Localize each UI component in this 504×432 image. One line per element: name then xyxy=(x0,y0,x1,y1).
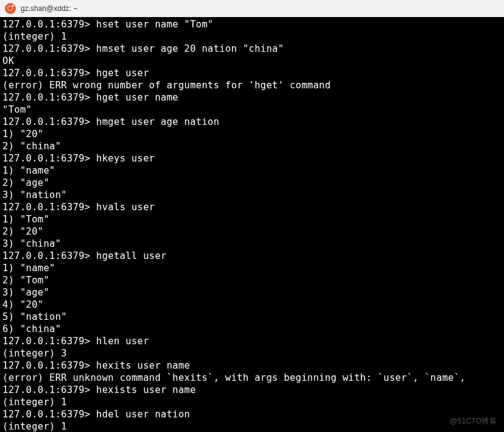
terminal-output-line: 1) "20" xyxy=(2,128,502,140)
terminal-command-line: 127.0.0.1:6379> hkeys user xyxy=(2,152,502,165)
terminal-command-line: 127.0.0.1:6379> hvals user xyxy=(2,201,502,213)
prompt: 127.0.0.1:6379> xyxy=(2,250,96,261)
terminal-output-line: 3) "age" xyxy=(2,286,502,299)
terminal-command-line: 127.0.0.1:6379> hdel user nation xyxy=(2,408,502,420)
terminal-output-line: 2) "Tom" xyxy=(2,274,502,286)
prompt: 127.0.0.1:6379> xyxy=(2,19,96,30)
terminal-output-line: "Tom" xyxy=(2,104,502,116)
terminal-output-line: (integer) 3 xyxy=(2,347,502,359)
command-text: hlen user xyxy=(96,336,149,347)
terminal-output-line: 4) "20" xyxy=(2,299,502,311)
command-text: hvals user xyxy=(96,202,155,213)
terminal-command-line: 127.0.0.1:6379> hmget user age nation xyxy=(2,116,502,128)
command-text: hmset user age 20 nation "china" xyxy=(96,43,284,54)
command-text: hget user xyxy=(96,68,149,79)
command-text: hexits user name xyxy=(96,360,190,371)
prompt: 127.0.0.1:6379> xyxy=(2,336,96,347)
prompt: 127.0.0.1:6379> xyxy=(2,384,96,395)
prompt: 127.0.0.1:6379> xyxy=(2,68,96,79)
terminal-output-line: 5) "nation" xyxy=(2,311,502,323)
terminal-output-line: OK xyxy=(2,55,502,67)
terminal-output-line: 6) "china" xyxy=(2,323,502,335)
window-titlebar: gz.shan@xddz: ~ xyxy=(0,0,504,17)
terminal-output-line: (integer) 1 xyxy=(2,30,502,43)
terminal-pane[interactable]: 127.0.0.1:6379> hset user name "Tom"(int… xyxy=(0,17,504,432)
terminal-command-line: 127.0.0.1:6379> hexits user name xyxy=(2,359,502,372)
terminal-output-line: (integer) 1 xyxy=(2,420,502,432)
prompt: 127.0.0.1:6379> xyxy=(2,92,96,103)
terminal-output-line: 1) "Tom" xyxy=(2,213,502,225)
terminal-output-line: 3) "nation" xyxy=(2,189,502,201)
command-text: hkeys user xyxy=(96,153,155,164)
terminal-output-line: (error) ERR unknown command `hexits`, wi… xyxy=(2,372,502,384)
terminal-command-line: 127.0.0.1:6379> hmset user age 20 nation… xyxy=(2,43,502,55)
terminal-output-line: 2) "age" xyxy=(2,177,502,189)
terminal-output-line: 2) "china" xyxy=(2,140,502,152)
ubuntu-icon xyxy=(5,3,16,14)
terminal-command-line: 127.0.0.1:6379> hlen user xyxy=(2,335,502,347)
terminal-output-line: 2) "20" xyxy=(2,225,502,238)
watermark: @51CTO博客 xyxy=(450,415,497,427)
prompt: 127.0.0.1:6379> xyxy=(2,153,96,164)
command-text: hset user name "Tom" xyxy=(96,19,214,30)
terminal-command-line: 127.0.0.1:6379> hset user name "Tom" xyxy=(2,18,502,30)
terminal-output-line: (error) ERR wrong number of arguments fo… xyxy=(2,79,502,91)
prompt: 127.0.0.1:6379> xyxy=(2,116,96,127)
terminal-output-line: 3) "china" xyxy=(2,238,502,250)
terminal-command-line: 127.0.0.1:6379> hget user name xyxy=(2,91,502,104)
terminal-output-line: (integer) 1 xyxy=(2,396,502,408)
prompt: 127.0.0.1:6379> xyxy=(2,360,96,371)
command-text: hexists user name xyxy=(96,384,196,395)
command-text: hdel user nation xyxy=(96,409,190,420)
terminal-output-line: 1) "name" xyxy=(2,165,502,177)
command-text: hmget user age nation xyxy=(96,116,219,127)
terminal-command-line: 127.0.0.1:6379> hexists user name xyxy=(2,384,502,396)
prompt: 127.0.0.1:6379> xyxy=(2,43,96,54)
prompt: 127.0.0.1:6379> xyxy=(2,409,96,420)
prompt: 127.0.0.1:6379> xyxy=(2,202,96,213)
window-title: gz.shan@xddz: ~ xyxy=(21,4,77,13)
command-text: hget user name xyxy=(96,92,178,103)
command-text: hgetall user xyxy=(96,250,167,261)
terminal-command-line: 127.0.0.1:6379> hget user xyxy=(2,67,502,79)
terminal-output-line: 1) "name" xyxy=(2,262,502,274)
terminal-command-line: 127.0.0.1:6379> hgetall user xyxy=(2,250,502,262)
